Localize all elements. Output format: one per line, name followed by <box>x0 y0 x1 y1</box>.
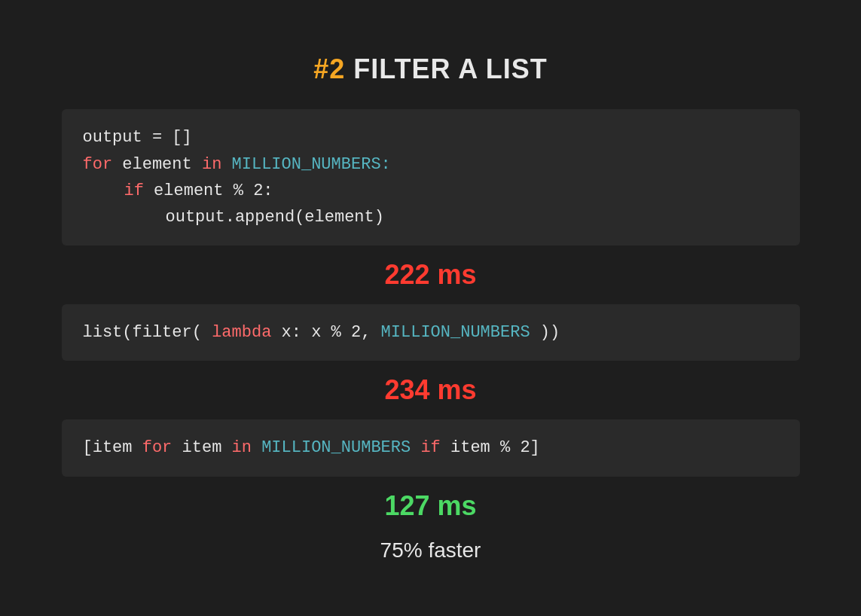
code-line-1: output = [] <box>83 124 779 151</box>
code-keyword-if: if <box>124 181 144 200</box>
faster-text: 75% faster <box>380 538 481 563</box>
code-keyword-for: for <box>83 155 113 174</box>
code-text: list(filter( <box>83 323 202 342</box>
code-text: element % 2: <box>154 181 273 200</box>
title-hash: #2 <box>313 53 345 84</box>
code-keyword-for: for <box>142 438 173 457</box>
code-text: x: x % 2, <box>282 323 381 342</box>
code-keyword-lambda: lambda <box>212 323 271 342</box>
code-text: item <box>182 438 232 457</box>
code-text: )) <box>540 323 560 342</box>
code-text: [item <box>83 438 142 457</box>
code-line-filter: list(filter( lambda x: x % 2, MILLION_NU… <box>83 319 779 346</box>
code-line-2: for element in MILLION_NUMBERS: <box>83 151 779 178</box>
code-line-3: if element % 2: <box>124 178 779 204</box>
timing-2: 234 ms <box>384 374 476 406</box>
code-keyword-in: in <box>232 438 252 457</box>
code-constant: MILLION_NUMBERS: <box>232 155 391 174</box>
timing-3-group: 127 ms 75% faster <box>380 490 481 563</box>
code-keyword-in: in <box>202 155 221 174</box>
code-block-1: output = [] for element in MILLION_NUMBE… <box>62 109 800 245</box>
timing-3: 127 ms <box>384 490 476 522</box>
code-block-2: list(filter( lambda x: x % 2, MILLION_NU… <box>62 304 800 361</box>
code-block-3: [item for item in MILLION_NUMBERS if ite… <box>62 419 800 476</box>
code-keyword-if: if <box>420 438 440 457</box>
code-constant: MILLION_NUMBERS <box>381 323 530 342</box>
timing-1: 222 ms <box>384 259 476 291</box>
code-constant: MILLION_NUMBERS <box>261 438 420 457</box>
code-line-comprehension: [item for item in MILLION_NUMBERS if ite… <box>83 435 779 461</box>
code-text: item % 2] <box>450 438 540 457</box>
title-text: FILTER A LIST <box>353 53 548 84</box>
code-text: element <box>122 155 202 174</box>
code-line-4: output.append(element) <box>166 204 779 230</box>
page-title: #2 FILTER A LIST <box>313 53 548 85</box>
code-text: output = [] <box>83 128 192 147</box>
code-text: output.append(element) <box>166 208 384 227</box>
